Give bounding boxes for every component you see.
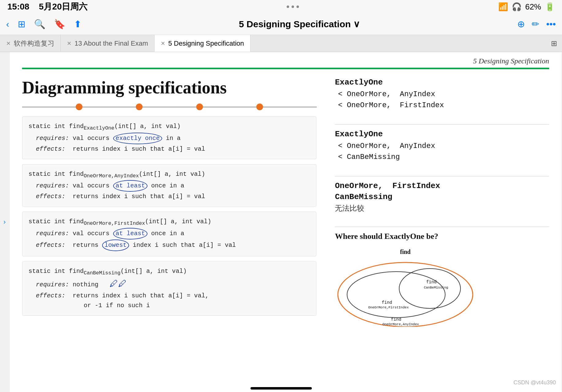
venn-label-find: find bbox=[382, 300, 392, 305]
status-icons: 📶 🎧 62% 🔋 bbox=[498, 2, 555, 12]
middle-ellipse bbox=[347, 272, 445, 318]
code-block-2: static int findOneOrMore,AnyIndex(int[] … bbox=[22, 164, 316, 207]
code-line-1-1: static int findExactlyOne(int[] a, int v… bbox=[29, 122, 310, 133]
main-content: › 5 Designing Specification Diagramming … bbox=[0, 52, 562, 392]
left-panel: Diagramming specifications stat bbox=[22, 78, 316, 386]
status-time: 15:08 bbox=[7, 2, 29, 11]
battery-label: 62% bbox=[525, 2, 541, 12]
close-tab-final[interactable]: ✕ bbox=[67, 40, 71, 47]
timeline-dot-4 bbox=[256, 104, 263, 110]
dot2 bbox=[292, 6, 294, 8]
nav-left-controls: ‹ ⊞ 🔍 🔖 ⬆ bbox=[6, 19, 82, 29]
wifi-icon: 📶 bbox=[498, 2, 508, 12]
document-area: 5 Designing Specification Diagramming sp… bbox=[10, 52, 561, 392]
nav-title-text: 5 Designing Specification bbox=[239, 19, 351, 29]
venn-label-find-cbm: find bbox=[426, 280, 437, 285]
spec3-title2: CanBeMissing bbox=[335, 192, 549, 202]
headphone-icon: 🎧 bbox=[512, 2, 522, 12]
code-line-4-1: static int findCanBeMissing(int[] a, int… bbox=[29, 266, 310, 277]
timeline-dot-3 bbox=[196, 104, 203, 110]
layout-icon[interactable]: ⊞ bbox=[546, 35, 562, 52]
timeline-line-5 bbox=[263, 107, 317, 107]
back-button[interactable]: ‹ bbox=[6, 19, 9, 29]
venn-label-oomfi-sub: OneOrMore,FirstIndex bbox=[368, 306, 409, 309]
doc-header: 5 Designing Specification bbox=[10, 52, 561, 65]
timeline-line-1 bbox=[22, 107, 76, 107]
code-block-1: static int findExactlyOne(int[] a, int v… bbox=[22, 116, 316, 159]
doc-title: Diagramming specifications bbox=[22, 78, 316, 97]
spec-divider-2 bbox=[335, 176, 549, 176]
status-dots bbox=[287, 6, 299, 8]
nav-bar: ‹ ⊞ 🔍 🔖 ⬆ 5 Designing Specification ∨ ⊕ … bbox=[0, 13, 562, 35]
timeline-line-4 bbox=[203, 107, 257, 107]
close-tab-designing[interactable]: ✕ bbox=[161, 40, 165, 47]
tab-final-label: 13 About the Final Exam bbox=[75, 40, 148, 47]
status-bar: 15:08 5月20日周六 📶 🎧 62% 🔋 bbox=[0, 0, 562, 13]
spec-divider-3 bbox=[335, 227, 549, 227]
close-tab-rework[interactable]: ✕ bbox=[6, 40, 11, 47]
bookmark-button[interactable]: 🔖 bbox=[54, 19, 65, 29]
spec1-item1: < OneOrMore, AnyIndex bbox=[335, 89, 549, 100]
code-line-1-3: effects: returns index i such that a[i] … bbox=[29, 144, 310, 154]
timeline bbox=[22, 104, 316, 110]
code-block-3: static int findOneOrMore,FirstIndex(int[… bbox=[22, 212, 316, 256]
add-button[interactable]: ⊕ bbox=[517, 19, 525, 29]
annotate-button[interactable]: ✏ bbox=[532, 19, 539, 29]
spec2-item2: < CanBeMissing bbox=[335, 152, 549, 163]
code-line-3-3: effects: returns lowest index i such tha… bbox=[29, 239, 310, 251]
sidebar-toggle[interactable]: › bbox=[0, 52, 9, 392]
grid-view-button[interactable]: ⊞ bbox=[18, 19, 25, 29]
spec3-comparison: 无法比较 bbox=[335, 203, 549, 213]
code-line-3-2: requires: val occurs at least once in a bbox=[29, 228, 310, 239]
status-time-date: 15:08 5月20日周六 bbox=[7, 1, 87, 13]
venn-label-oomai-sub: OneOrMore,AnyIndex bbox=[383, 322, 419, 326]
venn-label-find-oomai: find bbox=[391, 317, 402, 322]
timeline-dot-2 bbox=[136, 104, 143, 110]
status-date: 5月20日周六 bbox=[39, 2, 88, 11]
tab-final-exam[interactable]: ✕ 13 About the Final Exam bbox=[61, 35, 155, 52]
spec-section-3: OneOrMore, FirstIndex CanBeMissing 无法比较 bbox=[335, 181, 549, 213]
spec-divider-1 bbox=[335, 124, 549, 125]
spec2-title: ExactlyOne bbox=[335, 130, 549, 139]
search-button[interactable]: 🔍 bbox=[34, 19, 45, 29]
code-line-4-3: effects: returns index i such that a[i] … bbox=[29, 291, 310, 301]
code-block-4: static int findCanBeMissing(int[] a, int… bbox=[22, 261, 316, 316]
share-button[interactable]: ⬆ bbox=[74, 19, 82, 29]
doc-body: Diagramming specifications stat bbox=[10, 72, 561, 392]
venn-label-outer: find bbox=[400, 248, 411, 255]
code-line-4-4: or -1 if no such i bbox=[29, 301, 310, 311]
more-button[interactable]: ••• bbox=[546, 19, 556, 29]
code-line-4-2: requires: nothing 🖊🖊 bbox=[29, 277, 310, 291]
watermark: CSDN @vt4u390 bbox=[514, 379, 556, 386]
spec1-item2: < OneOrMore, FirstIndex bbox=[335, 100, 549, 111]
battery-icon: 🔋 bbox=[545, 2, 555, 12]
question-title: Where should ExactlyOne be? bbox=[335, 232, 549, 241]
timeline-line-2 bbox=[82, 107, 136, 107]
nav-chevron[interactable]: ∨ bbox=[353, 19, 360, 29]
spec-section-1: ExactlyOne < OneOrMore, AnyIndex < OneOr… bbox=[335, 78, 549, 111]
tab-rework-label: 软件构造复习 bbox=[14, 39, 54, 48]
tab-designing-label: 5 Designing Specification bbox=[168, 40, 244, 47]
timeline-line-3 bbox=[143, 107, 196, 107]
tab-rework[interactable]: ✕ 软件构造复习 bbox=[0, 35, 61, 52]
spec3-title1: OneOrMore, FirstIndex bbox=[335, 181, 549, 190]
spec-section-2: ExactlyOne < OneOrMore, AnyIndex < CanBe… bbox=[335, 130, 549, 163]
doc-header-border bbox=[22, 68, 549, 69]
doc-header-title: 5 Designing Specification bbox=[473, 57, 549, 65]
nav-right-controls: ⊕ ✏ ••• bbox=[517, 19, 556, 29]
right-panel: ExactlyOne < OneOrMore, AnyIndex < OneOr… bbox=[329, 78, 549, 386]
code-line-2-3: effects: returns index i such that a[i] … bbox=[29, 192, 310, 202]
dot3 bbox=[296, 6, 299, 8]
code-line-1-2: requires: val occurs exactly once in a bbox=[29, 133, 310, 144]
tab-designing[interactable]: ✕ 5 Designing Specification bbox=[155, 35, 250, 52]
code-line-3-1: static int findOneOrMore,FirstIndex(int[… bbox=[29, 217, 310, 228]
code-line-2-2: requires: val occurs at least once in a bbox=[29, 180, 310, 192]
tab-bar: ✕ 软件构造复习 ✕ 13 About the Final Exam ✕ 5 D… bbox=[0, 35, 562, 52]
nav-title: 5 Designing Specification ∨ bbox=[82, 19, 517, 29]
timeline-dot-1 bbox=[76, 104, 82, 110]
venn-label-cbm-sub: CanBeMissing bbox=[424, 286, 448, 289]
spec2-item1: < OneOrMore, AnyIndex bbox=[335, 141, 549, 152]
venn-diagram: find find OneOrMore,FirstIndex find CanB… bbox=[335, 247, 476, 327]
dot1 bbox=[287, 6, 289, 8]
spec1-title: ExactlyOne bbox=[335, 78, 549, 87]
